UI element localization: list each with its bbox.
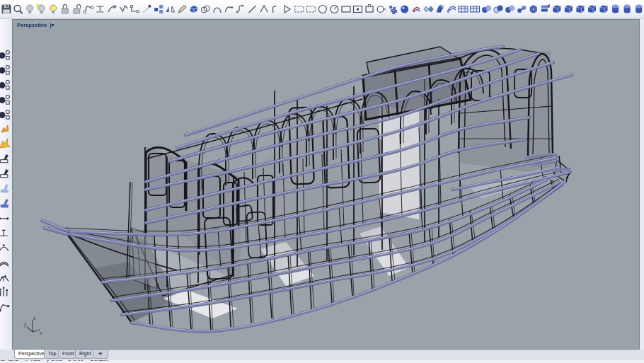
svg-text:x: x <box>39 330 42 335</box>
svg-text:y: y <box>23 322 27 328</box>
svg-text:z: z <box>33 316 36 321</box>
